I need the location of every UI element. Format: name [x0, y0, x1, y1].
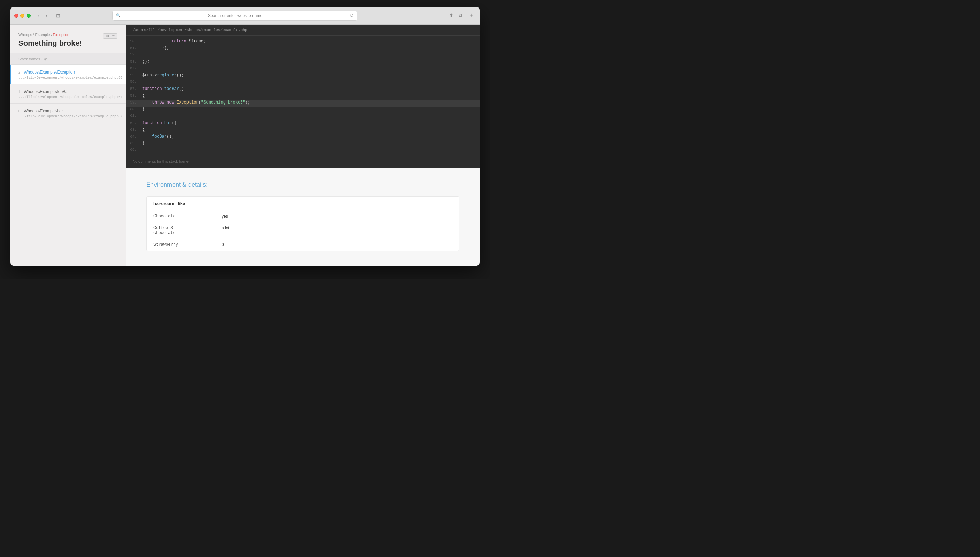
- line-code: function bar(): [142, 121, 177, 125]
- line-num: 65.: [126, 141, 142, 145]
- code-comments: No comments for this stack frame.: [126, 155, 480, 168]
- stack-frame-title-2: 0 Whoops\Example\bar: [18, 107, 117, 114]
- stack-frame-1[interactable]: 1 Whoops\Example\fooBar .../filp/Develop…: [10, 84, 126, 104]
- line-num: 50.: [126, 39, 142, 43]
- line-num: 55.: [126, 73, 142, 77]
- code-content[interactable]: 50. return $frame; 51. }); 52. 53.: [126, 36, 480, 155]
- line-code: });: [142, 46, 169, 50]
- maximize-button[interactable]: [26, 14, 31, 18]
- line-num: 54.: [126, 66, 142, 70]
- line-num: 56.: [126, 80, 142, 84]
- code-line-52: 52.: [126, 52, 480, 59]
- breadcrumb-exception: Exception: [53, 33, 70, 37]
- code-line-58: 58. {: [126, 93, 480, 100]
- frame-number-1: 1: [18, 90, 20, 94]
- share-button[interactable]: ⬆: [448, 11, 454, 20]
- breadcrumb: Whoops \ Example \ Exception: [18, 33, 117, 37]
- line-num: 66.: [126, 148, 142, 152]
- frame-file-2: .../filp/Development/whoops/examples/exa…: [18, 115, 117, 119]
- line-code: return $frame;: [142, 39, 206, 44]
- line-code: });: [142, 59, 150, 64]
- line-num: 57.: [126, 87, 142, 91]
- line-code: throw new Exception("Something broke!");: [142, 100, 250, 105]
- sidebar-toggle-button[interactable]: ⊡: [54, 11, 63, 20]
- code-line-60: 60. }: [126, 107, 480, 113]
- browser-content: COPY Whoops \ Example \ Exception Someth…: [10, 24, 480, 265]
- frame-file-0: .../filp/Development/whoops/examples/exa…: [18, 76, 117, 80]
- environment-table: Ice-cream I like Chocolate yes Coffee &c…: [146, 197, 459, 251]
- reload-icon[interactable]: ↺: [350, 13, 354, 18]
- breadcrumb-prefix: Whoops \ Example \: [18, 33, 53, 37]
- code-line-57: 57. function fooBar(): [126, 86, 480, 93]
- stack-frames-header: Stack frames (3):: [10, 54, 126, 65]
- table-val-0: yes: [215, 210, 459, 222]
- code-line-65: 65. }: [126, 141, 480, 147]
- search-icon: 🔍: [116, 13, 121, 18]
- code-line-53: 53. });: [126, 59, 480, 66]
- code-line-66: 66.: [126, 147, 480, 154]
- table-key-0: Chocolate: [147, 210, 215, 222]
- browser-toolbar: ‹ › ⊡ 🔍 Search or enter website name ↺ ⬆…: [10, 7, 480, 24]
- table-val-1: a lot: [215, 222, 459, 239]
- toolbar-actions: ⬆ ⧉ +: [448, 11, 476, 20]
- line-num: 60.: [126, 107, 142, 111]
- line-num: 53.: [126, 60, 142, 64]
- stack-frame-0[interactable]: 2 Whoops\Example\Exception .../filp/Deve…: [10, 65, 126, 84]
- exception-header: COPY Whoops \ Example \ Exception Someth…: [10, 24, 126, 54]
- stack-frame-2[interactable]: 0 Whoops\Example\bar .../filp/Developmen…: [10, 104, 126, 123]
- line-code: $run->register();: [142, 73, 184, 78]
- details-panel[interactable]: Environment & details: Ice-cream I like …: [126, 168, 480, 265]
- back-button[interactable]: ‹: [36, 11, 42, 20]
- minimize-button[interactable]: [20, 14, 24, 18]
- window-button[interactable]: ⧉: [458, 11, 464, 20]
- line-code: function fooBar(): [142, 86, 184, 91]
- frame-file-1: .../filp/Development/whoops/examples/exa…: [18, 95, 117, 99]
- line-num: 51.: [126, 46, 142, 50]
- code-file-path: /Users/filp/Development/whoops/examples/…: [126, 24, 480, 36]
- line-code: fooBar();: [142, 134, 174, 139]
- table-val-2: 0: [215, 239, 459, 251]
- table-row-2: Strawberry 0: [147, 239, 459, 251]
- line-num: 62.: [126, 121, 142, 125]
- traffic-lights: [14, 14, 31, 18]
- code-line-63: 63. {: [126, 127, 480, 134]
- code-line-56: 56.: [126, 79, 480, 86]
- frame-number-0: 2: [18, 70, 20, 74]
- code-line-51: 51. });: [126, 45, 480, 52]
- line-num: 52.: [126, 52, 142, 57]
- address-bar[interactable]: 🔍 Search or enter website name ↺: [112, 11, 357, 21]
- line-code: {: [142, 93, 144, 98]
- line-code: }: [142, 107, 144, 112]
- code-line-55: 55. $run->register();: [126, 73, 480, 79]
- environment-section-title: Environment & details:: [146, 181, 459, 188]
- left-panel: COPY Whoops \ Example \ Exception Someth…: [10, 24, 126, 265]
- line-num: 58.: [126, 94, 142, 98]
- right-panel: /Users/filp/Development/whoops/examples/…: [126, 24, 480, 265]
- line-code: {: [142, 127, 144, 132]
- add-tab-button[interactable]: +: [467, 11, 476, 20]
- nav-buttons: ‹ ›: [36, 11, 49, 20]
- code-line-59: 59. throw new Exception("Something broke…: [126, 100, 480, 107]
- copy-button[interactable]: COPY: [103, 33, 117, 39]
- code-line-54: 54.: [126, 66, 480, 73]
- table-row-0: Chocolate yes: [147, 210, 459, 222]
- table-title: Ice-cream I like: [147, 197, 459, 210]
- line-num: 63.: [126, 128, 142, 132]
- forward-button[interactable]: ›: [43, 11, 49, 20]
- close-button[interactable]: [14, 14, 18, 18]
- code-line-62: 62. function bar(): [126, 120, 480, 127]
- line-num: 61.: [126, 114, 142, 118]
- table-key-1: Coffee &chocolate: [147, 222, 215, 239]
- address-bar-text: Search or enter website name: [123, 13, 348, 18]
- exception-title: Something broke!: [18, 39, 117, 48]
- line-code: }: [142, 141, 144, 146]
- code-line-64: 64. fooBar();: [126, 134, 480, 141]
- frame-name-2: Whoops\Example\bar: [24, 109, 63, 113]
- table-row-1: Coffee &chocolate a lot: [147, 222, 459, 239]
- table-key-2: Strawberry: [147, 239, 215, 251]
- stack-frames-list: 2 Whoops\Example\Exception .../filp/Deve…: [10, 65, 126, 265]
- line-num: 64.: [126, 135, 142, 138]
- stack-frame-title: 2 Whoops\Example\Exception: [18, 69, 117, 75]
- code-panel: /Users/filp/Development/whoops/examples/…: [126, 24, 480, 168]
- frame-number-2: 0: [18, 109, 20, 113]
